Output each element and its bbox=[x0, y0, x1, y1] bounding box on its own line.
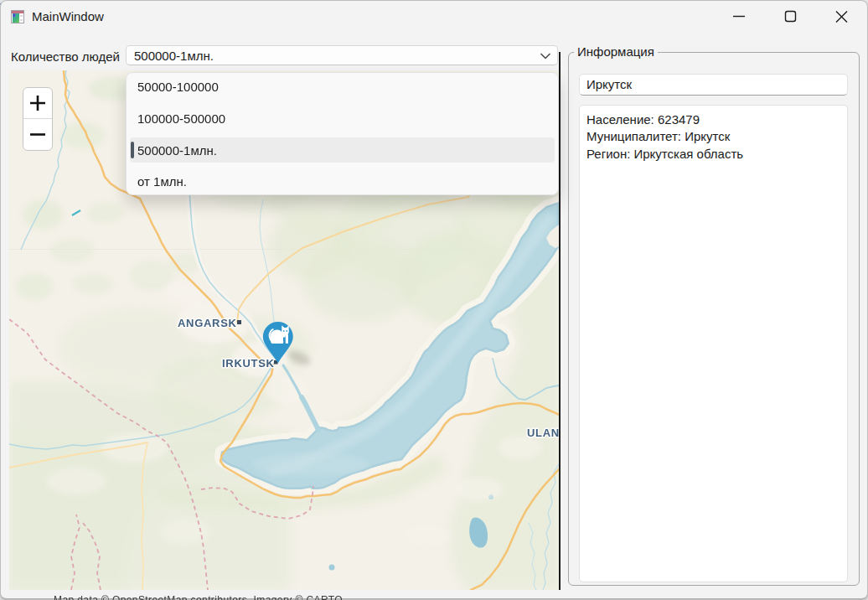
svg-text:ULAN-: ULAN- bbox=[527, 427, 559, 439]
svg-text:IRKUTSK: IRKUTSK bbox=[222, 357, 275, 370]
svg-text:ANGARSK: ANGARSK bbox=[178, 317, 237, 329]
